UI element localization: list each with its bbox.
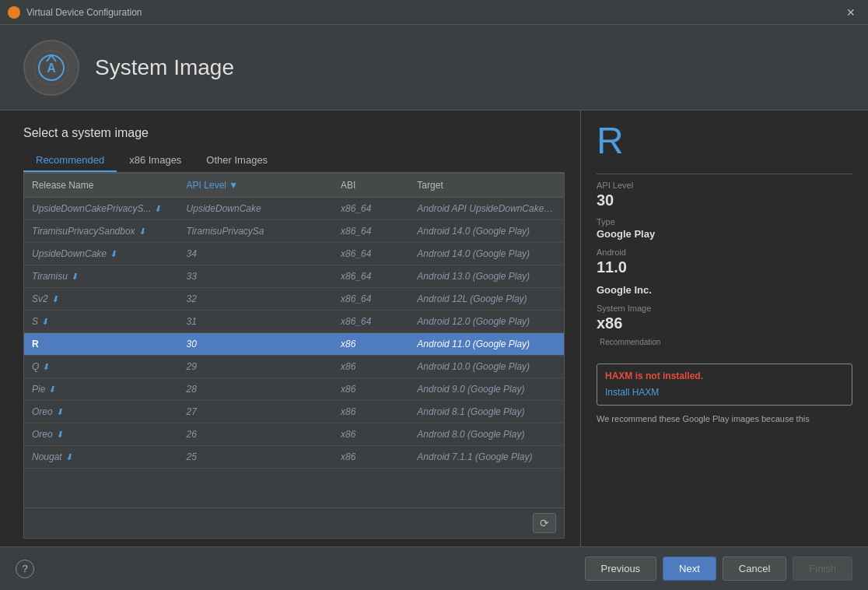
android-vendor: Google Inc. [597,284,852,296]
system-image-label: System Image [597,304,852,313]
download-icon[interactable]: ⬇ [42,362,49,372]
col-release-name[interactable]: Release Name [24,174,179,198]
finish-button: Finish [793,557,852,581]
table-row[interactable]: Tiramisu⬇33x86_64Android 13.0 (Google Pl… [24,265,564,288]
table-row[interactable]: Sv2⬇32x86_64Android 12L (Google Play) [24,288,564,311]
header-logo: A [23,40,79,96]
table-row[interactable]: Nougat⬇25x86Android 7.1.1 (Google Play) [24,446,564,469]
table-row[interactable]: R30x86Android 11.0 (Google Play) [24,333,564,356]
download-icon[interactable]: ⬇ [41,317,48,327]
download-icon[interactable]: ⬇ [65,452,72,462]
table-row[interactable]: Q⬇29x86Android 10.0 (Google Play) [24,356,564,378]
footer-right: Previous Next Cancel Finish [585,557,852,581]
cancel-button[interactable]: Cancel [723,557,786,581]
close-button[interactable]: ✕ [842,5,860,20]
table-footer: ⟳ [23,508,565,539]
col-target[interactable]: Target [409,174,564,198]
download-icon[interactable]: ⬇ [110,249,117,259]
download-icon[interactable]: ⬇ [71,272,78,282]
table-row[interactable]: Oreo⬇26x86Android 8.0 (Google Play) [24,423,564,446]
download-icon[interactable]: ⬇ [48,385,55,395]
android-label: Android [597,248,852,257]
detail-note: We recommend these Google Play images be… [597,413,852,425]
tab-bar: Recommended x86 Images Other Images [23,149,565,173]
svg-text:A: A [47,61,56,75]
download-icon[interactable]: ⬇ [56,430,63,440]
table-row[interactable]: TiramisuPrivacySandbox⬇TiramisuPrivacySa… [24,220,564,243]
left-panel: Select a system image Recommended x86 Im… [0,111,580,546]
haxm-error-text: HAXM is not installed. [605,371,844,381]
col-api-level[interactable]: API Level ▼ [179,174,333,198]
system-image-value: x86 [597,314,852,332]
help-button[interactable]: ? [16,560,34,578]
api-level-label: API Level [597,181,852,190]
right-panel: R API Level 30 Type Google Play Android … [580,111,868,546]
col-abi[interactable]: ABI [333,174,409,198]
download-icon[interactable]: ⬇ [56,407,63,417]
table-row[interactable]: S⬇31x86_64Android 12.0 (Google Play) [24,311,564,333]
table-row[interactable]: Oreo⬇27x86Android 8.1 (Google Play) [24,401,564,423]
previous-button[interactable]: Previous [585,557,657,581]
system-image-table: Release Name API Level ▼ ABI Target Upsi… [23,173,565,508]
next-button[interactable]: Next [663,557,716,581]
recommendation-box: HAXM is not installed. Install HAXM [597,363,852,406]
type-value: Google Play [597,228,852,240]
title-bar: Virtual Device Configuration ✕ [0,0,868,25]
download-icon[interactable]: ⬇ [138,227,145,237]
tab-x86-images[interactable]: x86 Images [117,149,194,172]
header: A System Image [0,25,868,111]
download-icon[interactable]: ⬇ [51,294,58,304]
title-bar-left: Virtual Device Configuration [8,6,142,19]
install-haxm-link[interactable]: Install HAXM [605,387,659,398]
svg-point-1 [12,11,16,14]
tab-recommended[interactable]: Recommended [23,149,117,172]
refresh-button[interactable]: ⟳ [533,513,556,533]
api-level-value: 30 [597,191,852,209]
table-row[interactable]: Pie⬇28x86Android 9.0 (Google Play) [24,378,564,401]
app-icon [8,6,20,19]
footer-left: ? [16,560,34,578]
footer: ? Previous Next Cancel Finish [0,546,868,590]
table-row[interactable]: UpsideDownCakePrivacyS...⬇UpsideDownCake… [24,198,564,220]
tab-other-images[interactable]: Other Images [194,149,280,172]
section-title: Select a system image [23,126,565,140]
page-title: System Image [95,55,234,80]
window-title: Virtual Device Configuration [26,7,142,18]
android-version: 11.0 [597,258,852,276]
download-icon[interactable]: ⬇ [154,204,161,214]
divider-1 [597,174,852,174]
table-header-row: Release Name API Level ▼ ABI Target [24,174,564,198]
detail-release-letter: R [597,122,852,160]
type-label: Type [597,217,852,227]
recommendation-label: Recommendation [597,338,663,346]
main-content: Select a system image Recommended x86 Im… [0,111,868,546]
table-row[interactable]: UpsideDownCake⬇34x86_64Android 14.0 (Goo… [24,243,564,265]
